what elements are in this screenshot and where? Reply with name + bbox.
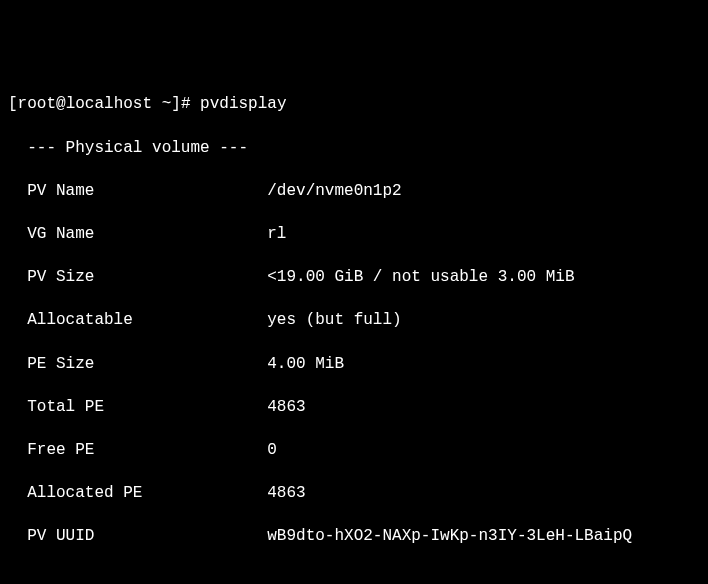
field-value: 4.00 MiB [267, 354, 344, 376]
blank-line [8, 569, 700, 584]
pv1-field: VG Namerl [8, 224, 700, 246]
pv1-field: Allocatableyes (but full) [8, 310, 700, 332]
pv1-field: PV Size<19.00 GiB / not usable 3.00 MiB [8, 267, 700, 289]
prompt-line-1: [root@localhost ~]# pvdisplay [8, 94, 700, 116]
pv1-field: Free PE0 [8, 440, 700, 462]
pv1-field: PV Name/dev/nvme0n1p2 [8, 181, 700, 203]
field-value: 4863 [267, 483, 305, 505]
field-value: /dev/nvme0n1p2 [267, 181, 401, 203]
field-label: Total PE [8, 397, 267, 419]
pv1-field: Total PE4863 [8, 397, 700, 419]
field-label: VG Name [8, 224, 267, 246]
field-label: Allocatable [8, 310, 267, 332]
field-value: wB9dto-hXO2-NAXp-IwKp-n3IY-3LeH-LBaipQ [267, 526, 632, 548]
pv1-field: Allocated PE4863 [8, 483, 700, 505]
pv1-field: PE Size4.00 MiB [8, 354, 700, 376]
field-label: PE Size [8, 354, 267, 376]
field-value: yes (but full) [267, 310, 401, 332]
prompt-path: ~ [162, 95, 172, 113]
field-label: PV Name [8, 181, 267, 203]
command-text: pvdisplay [200, 95, 286, 113]
pv1-field: PV UUIDwB9dto-hXO2-NAXp-IwKp-n3IY-3LeH-L… [8, 526, 700, 548]
field-value: 4863 [267, 397, 305, 419]
field-value: 0 [267, 440, 277, 462]
field-value: rl [267, 224, 286, 246]
field-label: Allocated PE [8, 483, 267, 505]
field-label: PV Size [8, 267, 267, 289]
pv1-header: --- Physical volume --- [8, 138, 700, 160]
prompt-symbol: # [181, 95, 191, 113]
prompt-host: localhost [66, 95, 152, 113]
field-label: PV UUID [8, 526, 267, 548]
prompt-user: root [18, 95, 56, 113]
field-value: <19.00 GiB / not usable 3.00 MiB [267, 267, 574, 289]
field-label: Free PE [8, 440, 267, 462]
